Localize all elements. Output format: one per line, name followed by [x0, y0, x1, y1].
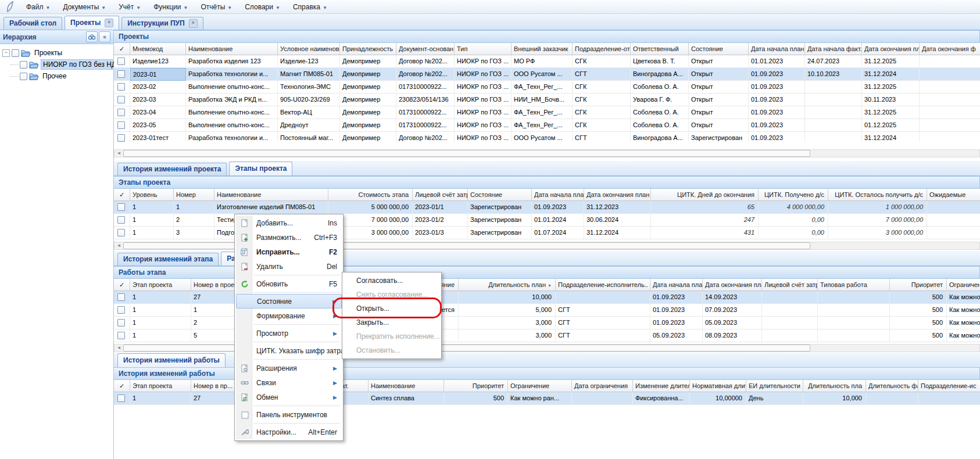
menu-item-Обновить[interactable]: ОбновитьF5: [236, 277, 342, 291]
column-header-Дата начала план.[interactable]: Дата начала план.: [749, 43, 805, 55]
table-row[interactable]: 2023-01Разработка технологии и...Магнит …: [114, 68, 980, 81]
column-header-Дата начала план[interactable]: Дата начала план: [532, 189, 584, 201]
row-checkbox[interactable]: [117, 332, 125, 339]
tree-checkbox[interactable]: [20, 73, 27, 80]
scroll-left-icon[interactable]: ◄: [115, 242, 123, 249]
tab-Проекты[interactable]: Проекты×: [65, 16, 119, 30]
table-row[interactable]: Изделие123Разработка изделия 123Изделие-…: [114, 55, 980, 68]
column-header-Наименование[interactable]: Наименование: [186, 43, 278, 55]
column-header-Принадлежность[interactable]: Принадлежность: [340, 43, 396, 55]
column-header-Номер[interactable]: Номер: [174, 189, 214, 201]
close-tab-icon[interactable]: ×: [189, 19, 198, 28]
menu-item-Расширения[interactable]: Расширения▶: [236, 361, 342, 375]
column-header-Изменение длител[interactable]: Изменение длител: [633, 380, 690, 392]
menu-item-Настройки...[interactable]: Настройки...Alt+Enter: [236, 425, 342, 439]
menu-Словари[interactable]: Словари▼: [238, 1, 287, 13]
row-checkbox[interactable]: [117, 229, 125, 236]
row-checkbox[interactable]: [117, 109, 125, 116]
column-header-Наименование[interactable]: Наименование: [214, 189, 328, 201]
column-header-Дата начала план.[interactable]: Дата начала план.: [650, 279, 703, 291]
tree-node-Прочее[interactable]: Прочее: [2, 70, 113, 82]
scroll-left-icon[interactable]: ◄: [115, 345, 123, 352]
row-checkbox[interactable]: [117, 70, 125, 78]
check-column-header[interactable]: ✓: [114, 279, 130, 291]
table-row[interactable]: 2023-04Выполнение опытно-конс...Вектор-А…: [114, 106, 980, 119]
column-header-ЦИТК. Осталось получить д/с[interactable]: ЦИТК. Осталось получить д/с: [828, 189, 927, 201]
column-header-Типовая работа[interactable]: Типовая работа: [818, 279, 890, 291]
menu-item-Панель инструментов[interactable]: Панель инструментов: [236, 407, 342, 422]
table-row[interactable]: 11Изготовление изделий ПМ085-015 000 000…: [114, 201, 980, 214]
column-header-Дата начала факт.[interactable]: Дата начала факт.: [805, 43, 862, 55]
row-checkbox[interactable]: [117, 306, 125, 314]
column-header-Подразделение-от[interactable]: Подразделение-от: [573, 43, 631, 55]
column-header-Длительность фак[interactable]: Длительность фак: [866, 380, 918, 392]
column-header-Дата окончания план[interactable]: Дата окончания план: [584, 189, 651, 201]
row-checkbox[interactable]: [117, 96, 125, 103]
tree-checkbox[interactable]: [20, 61, 27, 69]
column-header-ЕИ длительности[interactable]: ЕИ длительности: [746, 380, 803, 392]
row-checkbox[interactable]: [117, 203, 125, 211]
row-checkbox[interactable]: [117, 216, 125, 224]
menu-item-Формирование[interactable]: Формирование▶: [236, 309, 342, 323]
tab-История изменений проекта[interactable]: История изменений проекта: [117, 163, 227, 175]
menu-Файл[interactable]: Файл▼: [20, 1, 56, 13]
column-header-Лицевой счёт затрат.[interactable]: Лицевой счёт затрат.: [413, 189, 468, 201]
column-header-Подразделение-ис[interactable]: Подразделение-ис: [918, 380, 980, 392]
search-binoculars-button[interactable]: [86, 31, 98, 42]
tab-Этапы проекта[interactable]: Этапы проекта: [229, 162, 292, 175]
menu-item-Обмен[interactable]: Обмен▶: [236, 390, 342, 404]
tab-Рабочий стол[interactable]: Рабочий стол: [3, 17, 62, 30]
row-checkbox[interactable]: [117, 121, 125, 129]
column-header-Внешний заказчик[interactable]: Внешний заказчик: [512, 43, 573, 55]
row-checkbox[interactable]: [117, 395, 125, 402]
check-column-header[interactable]: ✓: [114, 380, 130, 392]
column-header-Длительность пла[interactable]: Длительность пла: [803, 380, 866, 392]
table-row[interactable]: 2023-03Разработка ЭКД и РКД н...905-U020…: [114, 94, 980, 106]
column-header-Уровень[interactable]: Уровень: [130, 189, 174, 201]
column-header-Нормативная длит[interactable]: Нормативная длит: [690, 380, 746, 392]
column-header-ЦИТК. Дней до окончания[interactable]: ЦИТК. Дней до окончания: [651, 189, 759, 201]
column-header-Ожидаемые[interactable]: Ожидаемые: [927, 189, 980, 201]
menu-item-Состояние[interactable]: Состояние▶: [236, 294, 342, 309]
column-header-Этап проекта[interactable]: Этап проекта: [130, 380, 191, 392]
column-header-Приоритет[interactable]: Приоритет: [890, 279, 947, 291]
column-header-Этап проекта[interactable]: Этап проекта: [130, 279, 191, 291]
check-column-header[interactable]: ✓: [114, 189, 130, 201]
tab-История изменений работы[interactable]: История изменений работы: [117, 353, 226, 367]
close-tab-icon[interactable]: ×: [105, 19, 113, 27]
menu-item-Исправить...[interactable]: Исправить...F2: [236, 245, 342, 259]
column-header-Длительность план[interactable]: Длительность план▼: [459, 279, 556, 291]
table-row[interactable]: 2023-05Выполнение опытно-конс...Дредноут…: [114, 119, 980, 132]
tree-node-Проекты[interactable]: −Проекты: [2, 47, 113, 59]
scroll-left-icon[interactable]: ◄: [115, 150, 123, 157]
check-column-header[interactable]: ✓: [114, 43, 130, 55]
column-header-Приоритет[interactable]: Приоритет: [444, 380, 508, 392]
tab-Инструкции ПУП[interactable]: Инструкции ПУП×: [121, 17, 203, 30]
row-checkbox[interactable]: [117, 319, 125, 327]
column-header-ЦИТК. Получено д/с[interactable]: ЦИТК. Получено д/с: [759, 189, 828, 201]
column-header-Ответственный[interactable]: Ответственный: [631, 43, 689, 55]
menu-Функции[interactable]: Функции▼: [147, 1, 194, 13]
menu-item-Удалить[interactable]: УдалитьDel: [236, 259, 342, 274]
row-checkbox[interactable]: [117, 293, 125, 301]
column-header-Ограничение[interactable]: Ограничение: [947, 279, 980, 291]
table-row[interactable]: 2023-01тестРазработка технологии и...Пос…: [114, 132, 980, 142]
column-header-Стоимость этапа[interactable]: Стоимость этапа: [328, 189, 413, 201]
table-row[interactable]: 2023-02Выполнение опытно-конс...Технолог…: [114, 81, 980, 94]
column-header-Состояние[interactable]: Состояние: [689, 43, 749, 55]
column-header-Наименование[interactable]: Наименование: [369, 380, 444, 392]
row-checkbox[interactable]: [117, 83, 125, 91]
menu-Учёт[interactable]: Учёт▼: [112, 1, 147, 13]
menu-item-Просмотр[interactable]: Просмотр▶: [236, 326, 342, 340]
column-header-Дата ограничения[interactable]: Дата ограничения: [572, 380, 633, 392]
column-header-Документ-основан[interactable]: Документ-основан: [396, 43, 455, 55]
menu-item-Согласовать...[interactable]: Согласовать...: [344, 274, 440, 288]
projects-hscrollbar[interactable]: ◄: [114, 149, 980, 157]
column-header-Дата окончания ф[interactable]: Дата окончания ф: [920, 43, 980, 55]
tab-История изменений этапа[interactable]: История изменений этапа: [117, 253, 219, 266]
column-header-Дата окончания пл[interactable]: Дата окончания пл: [862, 43, 920, 55]
menu-item-Добавить...[interactable]: Добавить...Ins: [236, 216, 342, 230]
column-header-Тип[interactable]: Тип: [455, 43, 512, 55]
tree-node-НИОКР по ГОЗ без НДС[interactable]: НИОКР по ГОЗ без НДС: [2, 59, 113, 70]
menu-item-Связи[interactable]: Связи▶: [236, 375, 342, 390]
